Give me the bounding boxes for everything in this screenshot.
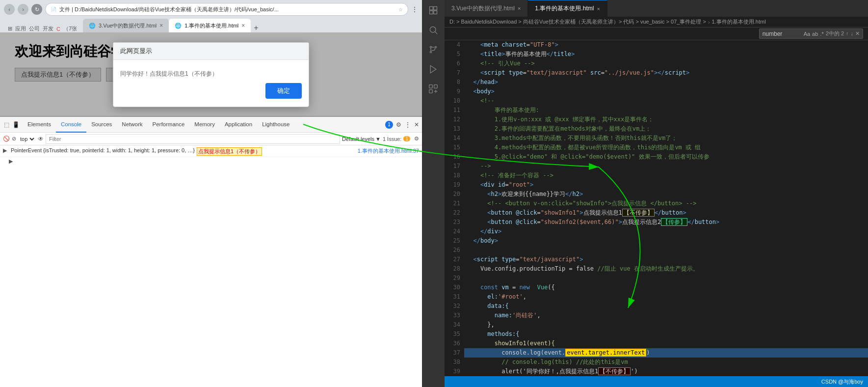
sidebar-debug-icon[interactable]	[425, 61, 442, 78]
expand-arrow[interactable]: ▶	[9, 158, 13, 164]
vscode-tab-close-active-icon[interactable]: ×	[597, 6, 600, 12]
sidebar-explorer-icon[interactable]	[425, 2, 442, 19]
code-line-37: console.log(event.event.target.innerText…	[464, 348, 868, 358]
whole-word-icon[interactable]: ab	[812, 31, 818, 37]
vscode-tab-close-icon[interactable]: ×	[518, 5, 521, 11]
prev-match-icon[interactable]: ↑	[846, 30, 849, 37]
tab-1event[interactable]: 🌐 1.事件的基本使用.html ×	[169, 19, 251, 32]
sidebar-search-icon[interactable]	[425, 22, 442, 38]
code-line-27: <script type="text/javascript">	[464, 255, 868, 264]
devtools-settings-icon[interactable]: ⚙	[396, 121, 401, 128]
next-match-icon[interactable]: ↓	[851, 30, 854, 37]
console-highlight-text: 点我提示信息1（不传参）	[197, 147, 262, 156]
extensions-icon[interactable]: ⋮	[411, 5, 418, 13]
code-line-18: <!-- 准备好一个容器 -->	[464, 171, 868, 180]
back-button[interactable]: ‹	[4, 4, 15, 15]
sidebar-git-icon[interactable]	[425, 41, 442, 58]
code-line-12: 1.使用v-on:xxx 或 @xxx 绑定事件，其中xxx是事件名；	[464, 115, 868, 124]
tab-lighthouse[interactable]: Lighthouse	[257, 117, 294, 133]
regex-icon[interactable]: .*	[820, 31, 823, 37]
code-line-38: // console.log(this) //此处的this是vm	[464, 358, 868, 367]
tab-sources[interactable]: Sources	[86, 117, 117, 133]
case-sensitive-icon[interactable]: Aa	[804, 31, 810, 37]
breadcrumb-file: 1.事件的基本使用.html	[712, 18, 766, 26]
context-select[interactable]: top	[18, 136, 36, 142]
console-expand-row: ▶	[0, 157, 422, 166]
vscode-statusbar: CSDN @与海boy	[445, 376, 868, 387]
eye-icon[interactable]: 👁	[38, 136, 44, 142]
code-line-28: Vue.config.productionTip = false //阻止 vu…	[464, 264, 868, 274]
browser-content-wrapper: 欢迎来到尚硅谷学习 点我提示信息1（不传参） 点我提示信... 此网页显示 同学…	[0, 32, 422, 387]
code-line-21: <!-- <button v-on:click="showInfo">点我提示信…	[464, 199, 868, 208]
inspect-icon[interactable]: ⬚	[3, 120, 10, 129]
vscode-tab-3vue[interactable]: 3.Vue中的数据代理.html ×	[445, 0, 528, 17]
c-icon: C	[56, 26, 60, 32]
chevron-down-icon: ▼	[375, 136, 381, 142]
settings-icon[interactable]: ⚙	[414, 136, 419, 142]
console-source-link[interactable]: 1.事件的基本使用.html:37	[358, 147, 419, 155]
sidebar-extensions-icon[interactable]	[425, 81, 442, 97]
reload-button[interactable]: ↻	[31, 4, 42, 15]
tab-close-active-icon[interactable]: ×	[241, 22, 245, 29]
svg-rect-3	[434, 11, 437, 14]
code-line-22: <button @click="showInfo1">点我提示信息1【不传参】<…	[464, 208, 868, 218]
close-search-icon[interactable]: ✕	[855, 30, 860, 37]
code-line-13: 2.事件的回调需要配置在methods对象中，最终会在vm上；	[464, 124, 868, 134]
code-line-19: <div id="root">	[464, 180, 868, 190]
tab-3vue[interactable]: 🌐 3.Vue中的数据代理.html ×	[83, 19, 169, 32]
devtools-menu-icon[interactable]: ⋮	[404, 121, 411, 129]
search-input[interactable]	[763, 30, 802, 37]
code-line-4: <meta charset="UTF-8">	[464, 40, 868, 50]
tab-memory[interactable]: Memory	[189, 117, 220, 133]
tab-console[interactable]: Console	[56, 117, 86, 133]
code-line-34: },	[464, 320, 868, 330]
code-line-14: 3.methods中配置的函数，不要用箭头函数！否则this就不是vm了；	[464, 134, 868, 143]
breadcrumb-path: D: > BaiduNetdiskDownload > 尚硅谷Vue技术全家桶（…	[449, 18, 706, 26]
code-line-32: data:{	[464, 302, 868, 311]
tab-application[interactable]: Application	[220, 117, 257, 133]
code-line-23: <button @click="showInfo2($event,66)">点我…	[464, 218, 868, 227]
tab-performance[interactable]: Performance	[148, 117, 190, 133]
vscode-container: 3.Vue中的数据代理.html × 1.事件的基本使用.html × D: >…	[422, 0, 868, 387]
devtools-controls: ⬚ 📱	[3, 120, 21, 129]
svg-line-5	[435, 32, 438, 34]
activity-bar	[422, 0, 445, 387]
vscode-tab-1event[interactable]: 1.事件的基本使用.html ×	[528, 0, 607, 17]
browser-chrome: ‹ › ↻ 📄 文件 | D:/BaiduNetdiskDownload/尚硅谷…	[0, 0, 422, 32]
filter-input[interactable]	[46, 134, 340, 144]
code-line-24: </div>	[464, 227, 868, 236]
svg-point-4	[430, 27, 436, 32]
browser-tabs: ⊞ 应用 公司 开发 C （7张 🌐 3.Vue中的数据代理.html × 🌐 …	[4, 19, 418, 32]
device-icon[interactable]: 📱	[11, 120, 21, 129]
forward-button[interactable]: ›	[18, 4, 28, 15]
console-toolbar: 🚫 ⊘ top 👁 Default levels ▼ 1 Issue: 1 ⚙	[0, 133, 422, 145]
devtools-section: ⬚ 📱 Elements Console Sources Network Per…	[0, 116, 422, 387]
code-line-39: alert('同学你好！,点我提示信息1【不传参】')	[464, 367, 868, 376]
svg-point-7	[435, 46, 436, 48]
tab-elements[interactable]: Elements	[23, 117, 56, 133]
new-tab-button[interactable]: +	[251, 24, 261, 32]
default-levels-button[interactable]: Default levels ▼	[342, 136, 381, 142]
devtools-close-icon[interactable]: ✕	[414, 121, 419, 128]
dialog-buttons: 确定	[120, 83, 302, 99]
svg-rect-10	[429, 85, 433, 88]
tab-favicon: 🌐	[89, 23, 96, 29]
clear-console-icon[interactable]: 🚫	[3, 136, 10, 142]
svg-point-6	[430, 46, 431, 48]
statusbar-text: CSDN @与海boy	[821, 378, 863, 386]
dialog-site-label: 同学你好！点我提示信息1（不传参）	[120, 70, 302, 78]
filter-icon[interactable]: ⊘	[12, 136, 16, 142]
devtools-tabs: ⬚ 📱 Elements Console Sources Network Per…	[0, 117, 422, 133]
code-line-11: 事件的基本使用:	[464, 106, 868, 115]
devtools-icons: 1 ⚙ ⋮ ✕	[385, 121, 419, 129]
expand-icon[interactable]: ▶	[3, 147, 9, 154]
apps-icon: ⊞	[8, 26, 12, 32]
vscode-breadcrumb: D: > BaiduNetdiskDownload > 尚硅谷Vue技术全家桶（…	[445, 17, 868, 28]
code-editor[interactable]: 4 5 6 7 8 9 10 11 12 13 14 15 16 17 18 1…	[445, 40, 868, 376]
browser-nav: ‹ › ↻ 📄 文件 | D:/BaiduNetdiskDownload/尚硅谷…	[4, 3, 418, 16]
search-widget[interactable]: Aa ab .* 2中的 2 ↑ ↓ ✕	[759, 28, 863, 39]
dialog-ok-button[interactable]: 确定	[265, 83, 302, 99]
tab-close-icon[interactable]: ×	[159, 22, 163, 29]
tab-network[interactable]: Network	[117, 117, 147, 133]
address-bar[interactable]: 📄 文件 | D:/BaiduNetdiskDownload/尚硅谷Vue技术全…	[45, 3, 408, 16]
